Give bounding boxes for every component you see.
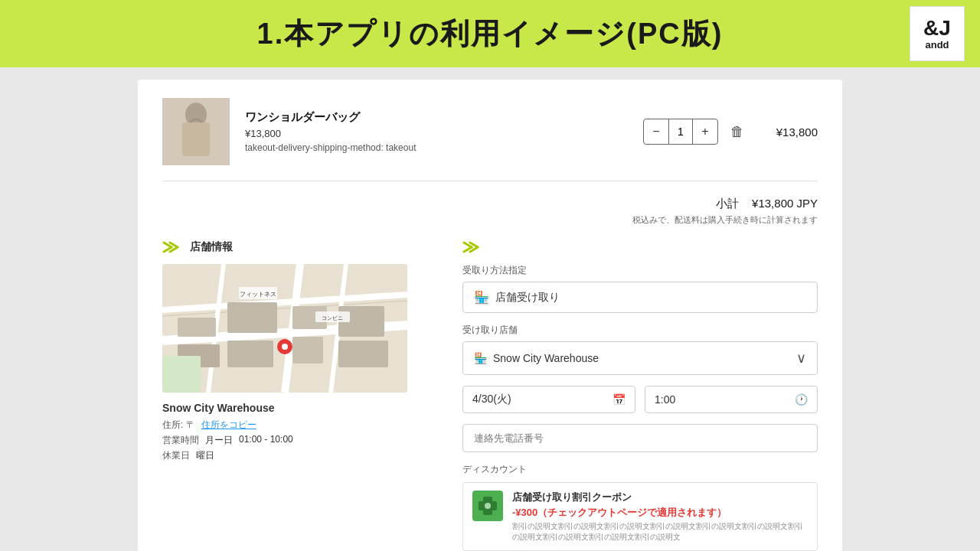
quantity-decrease-button[interactable]: − [644,119,668,144]
discount-label: ディスカウント [462,463,818,476]
svg-point-34 [485,503,491,509]
product-controls: − 1 + 🗑 ¥13,800 [643,119,818,145]
subtotal-value: ¥13,800 JPY [752,197,818,210]
hours-days: 月ー日 [205,434,233,447]
product-row: ワンショルダーバッグ ¥13,800 takeout-delivery-ship… [162,98,818,181]
discount-desc: 割引の説明文割引の説明文割引の説明文割引の説明文割引の説明文割引の説明文割引の説… [512,521,808,543]
svg-rect-1 [182,122,210,156]
closed-label: 休業日 [162,449,190,462]
map-container: フィットネス コンビニ [162,264,407,393]
product-name: ワンショルダーバッグ [245,110,628,125]
logo-symbol: &J [923,18,951,39]
store-closed-row: 休業日 曜日 [162,449,438,462]
svg-rect-13 [178,318,216,337]
pickup-section: 受取り方法指定 🏪 店舗受け取り 受け取り店舗 🏪 Snow City Ware… [462,240,818,551]
store-section: 店舗情報 [162,240,438,551]
store-select-dropdown[interactable]: 🏪 Snow City Warehouse ∨ [462,341,818,375]
subtotal-row: 小計 ¥13,800 JPY [716,197,818,211]
svg-rect-21 [162,356,201,393]
svg-text:フィットネス: フィットネス [240,291,276,298]
quantity-increase-button[interactable]: + [693,119,717,144]
store-address-row: 住所: 〒 住所をコピー [162,419,438,432]
svg-point-23 [282,344,288,350]
hours-time: 01:00 - 10:00 [239,434,293,447]
discount-amount: -¥300（チェックアウトページで適用されます） [512,506,808,520]
svg-rect-20 [338,341,388,367]
subtotal-label: 小計 [716,197,739,210]
closed-day: 曜日 [196,449,214,462]
logo: &J andd [910,6,965,61]
store-select-icon: 🏪 [474,352,487,364]
store-select-left: 🏪 Snow City Warehouse [474,352,599,364]
calendar-icon: 📅 [612,393,626,406]
store-detail-name: Snow City Warehouse [162,402,438,414]
quantity-control: − 1 + [643,119,718,145]
pickup-method-label: 受取り方法指定 [462,264,818,277]
address-copy-link[interactable]: 住所をコピー [201,419,256,432]
svg-rect-17 [227,341,273,367]
chevron-down-icon: ∨ [796,350,806,367]
discount-image [472,491,503,521]
product-method: takeout-delivery-shipping-method: takeou… [245,142,628,153]
header: 1.本アプリの利用イメージ(PC版) &J andd [0,0,980,67]
pickup-date-field[interactable]: 4/30(火) 📅 [462,386,635,413]
store-hours-row: 営業時間 月ー日 01:00 - 10:00 [162,434,438,447]
store-select-value: Snow City Warehouse [493,352,599,364]
hours-label: 営業時間 [162,434,199,447]
deco-arrow-right [462,240,484,255]
svg-text:コンビニ: コンビニ [322,315,343,321]
subtotal-section: 小計 ¥13,800 JPY 税込みで、配送料は購入手続き時に計算されます [162,181,818,233]
bottom-section: 店舗情報 [162,240,818,551]
product-total: ¥13,800 [756,126,818,139]
deco-arrow-left [162,240,184,255]
product-price: ¥13,800 [245,128,628,139]
pickup-time-field[interactable]: 1:00 🕐 [645,386,818,413]
pickup-method-value: 店舗受け取り [495,291,560,305]
pickup-method-box: 🏪 店舗受け取り [462,282,818,313]
discount-content: 店舗受け取り割引クーポン -¥300（チェックアウトページで適用されます） 割引… [512,491,808,543]
svg-rect-14 [227,302,277,333]
address-label: 住所: 〒 [162,419,195,432]
subtotal-note: 税込みで、配送料は購入手続き時に計算されます [632,214,818,226]
store-section-title: 店舗情報 [190,240,233,254]
main-card: ワンショルダーバッグ ¥13,800 takeout-delivery-ship… [138,80,842,551]
clock-icon: 🕐 [795,393,808,406]
page-title: 1.本アプリの利用イメージ(PC版) [257,15,724,54]
quantity-value: 1 [668,119,693,144]
product-image [162,98,230,165]
date-time-row: 4/30(火) 📅 1:00 🕐 [462,386,818,413]
discount-box: 店舗受け取り割引クーポン -¥300（チェックアウトページで適用されます） 割引… [462,482,818,551]
product-info: ワンショルダーバッグ ¥13,800 takeout-delivery-ship… [245,110,628,153]
phone-input[interactable] [462,424,818,452]
store-section-header: 店舗情報 [162,240,438,255]
discount-title: 店舗受け取り割引クーポン [512,491,808,504]
store-details: Snow City Warehouse 住所: 〒 住所をコピー 営業時間 月ー… [162,402,438,462]
logo-text: andd [925,39,949,51]
store-pickup-icon: 🏪 [474,290,489,305]
svg-rect-18 [292,337,323,364]
delete-icon[interactable]: 🗑 [730,124,744,140]
store-select-label: 受け取り店舗 [462,324,818,337]
pickup-date-value: 4/30(火) [472,393,511,406]
pickup-time-value: 1:00 [655,393,675,406]
